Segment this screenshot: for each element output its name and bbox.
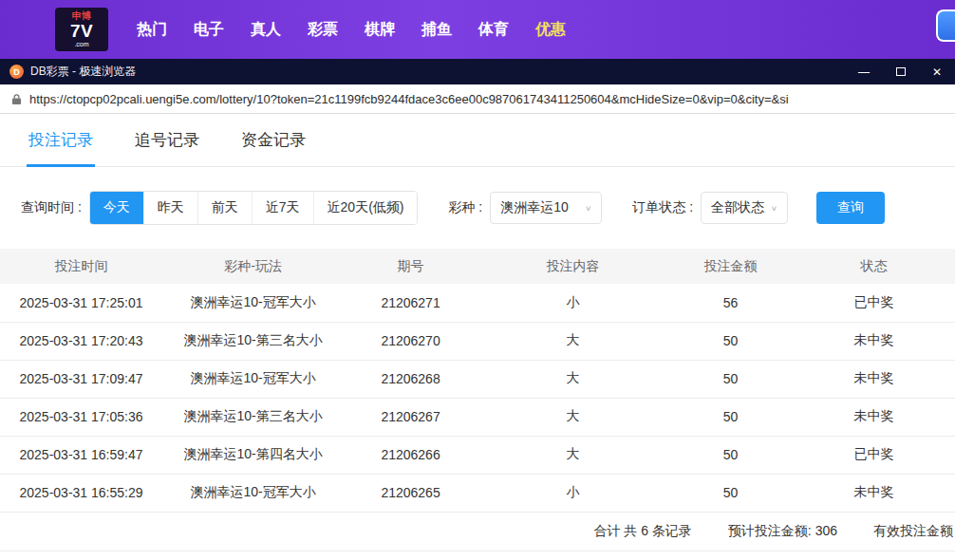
bet-amount: 50	[668, 322, 793, 360]
record-tabs: 投注记录追号记录资金记录	[0, 114, 955, 167]
lock-icon	[11, 93, 22, 105]
table-row: 2025-03-31 17:25:01澳洲幸运10-冠军大小21206271小5…	[0, 284, 955, 322]
column-header: 投注内容	[478, 249, 668, 284]
bet-status: 未中奖	[793, 322, 955, 360]
time-option[interactable]: 昨天	[144, 192, 198, 224]
bet-content: 小	[478, 474, 668, 512]
nav-item-youhui[interactable]: 优惠	[535, 20, 566, 40]
issue-number: 21206265	[344, 474, 478, 512]
site-logo[interactable]: 申博 7V .com	[55, 8, 108, 51]
bet-amount: 50	[668, 474, 793, 512]
tab-bet-records[interactable]: 投注记录	[27, 129, 95, 167]
time-option[interactable]: 前天	[198, 192, 253, 224]
lottery-select[interactable]: 澳洲幸运10 ∨	[490, 192, 602, 224]
total-records: 合计 共 6 条记录	[593, 523, 691, 540]
time-option[interactable]: 今天	[90, 192, 144, 224]
bet-amount: 50	[668, 360, 793, 398]
game-play: 澳洲幸运10-第三名大小	[162, 398, 344, 436]
floating-widget-icon[interactable]	[936, 9, 955, 42]
order-status-label: 订单状态 :	[632, 199, 693, 216]
minimize-button[interactable]: —	[858, 66, 870, 78]
time-filter-label: 查询时间 :	[21, 199, 82, 216]
bottom-divider	[0, 551, 955, 560]
tab-fund-records[interactable]: 资金记录	[239, 129, 308, 167]
nav-item-caipiao[interactable]: 彩票	[308, 20, 338, 40]
game-play: 澳洲幸运10-冠军大小	[162, 474, 344, 512]
expected-bet-amount: 预计投注金额: 306	[728, 523, 837, 540]
order-status-select[interactable]: 全部状态 ∨	[701, 192, 788, 224]
table-row: 2025-03-31 16:59:47澳洲幸运10-第四名大小21206266大…	[0, 436, 955, 474]
table-header-row: 投注时间彩种-玩法期号投注内容投注金额状态	[0, 249, 955, 284]
window-title: DB彩票 - 极速浏览器	[30, 64, 136, 80]
bet-content: 小	[478, 284, 668, 322]
bet-time: 2025-03-31 16:59:47	[0, 436, 162, 474]
bet-status: 已中奖	[793, 284, 955, 322]
column-header: 状态	[793, 249, 955, 284]
maximize-button[interactable]	[896, 67, 906, 76]
bet-content: 大	[478, 398, 668, 436]
bet-amount: 56	[668, 284, 793, 322]
chevron-down-icon: ∨	[771, 204, 777, 213]
table-row: 2025-03-31 17:05:36澳洲幸运10-第三名大小21206267大…	[0, 398, 955, 436]
table-row: 2025-03-31 17:09:47澳洲幸运10-冠军大小21206268大5…	[0, 360, 955, 398]
game-play: 澳洲幸运10-第四名大小	[162, 436, 344, 474]
bet-records-table: 投注时间彩种-玩法期号投注内容投注金额状态 2025-03-31 17:25:0…	[0, 249, 955, 513]
table-body: 2025-03-31 17:25:01澳洲幸运10-冠军大小21206271小5…	[0, 284, 955, 512]
issue-number: 21206266	[344, 436, 478, 474]
bet-time: 2025-03-31 16:55:29	[0, 474, 162, 512]
nav-item-qipai[interactable]: 棋牌	[365, 20, 395, 40]
bet-status: 已中奖	[793, 436, 955, 474]
nav-item-dianzi[interactable]: 电子	[194, 20, 224, 40]
time-range-group: 今天昨天前天近7天近20天(低频)	[89, 191, 419, 225]
issue-number: 21206271	[344, 284, 478, 322]
time-option[interactable]: 近7天	[253, 192, 314, 224]
filter-bar: 查询时间 : 今天昨天前天近7天近20天(低频) 彩种 : 澳洲幸运10 ∨ 订…	[0, 167, 955, 249]
issue-number: 21206270	[344, 322, 478, 360]
column-header: 彩种-玩法	[162, 249, 344, 284]
game-play: 澳洲幸运10-第三名大小	[162, 322, 344, 360]
nav-item-hot[interactable]: 热门	[137, 20, 167, 40]
valid-bet-amount-label: 有效投注金额	[873, 523, 953, 540]
lottery-filter-label: 彩种 :	[448, 199, 482, 216]
tab-chase-records[interactable]: 追号记录	[133, 129, 201, 167]
order-status-value: 全部状态	[711, 199, 764, 216]
nav-item-tiyu[interactable]: 体育	[478, 20, 509, 40]
table-row: 2025-03-31 16:55:29澳洲幸运10-冠军大小21206265小5…	[0, 474, 955, 512]
game-play: 澳洲幸运10-冠军大小	[162, 284, 344, 322]
bet-time: 2025-03-31 17:09:47	[0, 360, 162, 398]
bet-status: 未中奖	[793, 398, 955, 436]
bet-content: 大	[478, 322, 668, 360]
bet-status: 未中奖	[793, 474, 955, 512]
summary-bar: 合计 共 6 条记录 预计投注金额: 306 有效投注金额	[0, 513, 955, 551]
window-controls: — ✕	[858, 66, 942, 78]
bet-amount: 50	[668, 436, 793, 474]
logo-text-main: 7V	[70, 22, 93, 41]
bet-content: 大	[478, 360, 668, 398]
query-button[interactable]: 查询	[816, 192, 885, 224]
column-header: 期号	[344, 249, 478, 284]
site-top-nav: 申博 7V .com 热门电子真人彩票棋牌捕鱼体育优惠	[0, 0, 955, 59]
logo-text-suffix: .com	[74, 41, 88, 47]
column-header: 投注时间	[0, 249, 162, 284]
issue-number: 21206268	[344, 360, 478, 398]
nav-item-zhenren[interactable]: 真人	[251, 20, 281, 40]
bet-status: 未中奖	[793, 360, 955, 398]
lottery-select-value: 澳洲幸运10	[500, 199, 569, 216]
bet-amount: 50	[668, 398, 793, 436]
bet-time: 2025-03-31 17:25:01	[0, 284, 162, 322]
close-button[interactable]: ✕	[932, 66, 942, 78]
url-text[interactable]: https://ctopcp02pcali.uengi5e.com/lotter…	[29, 92, 789, 106]
bet-time: 2025-03-31 17:20:43	[0, 322, 162, 360]
game-play: 澳洲幸运10-冠军大小	[162, 360, 344, 398]
column-header: 投注金额	[668, 249, 793, 284]
site-nav-items: 热门电子真人彩票棋牌捕鱼体育优惠	[137, 20, 566, 40]
browser-urlbar[interactable]: https://ctopcp02pcali.uengi5e.com/lotter…	[0, 84, 955, 114]
table-row: 2025-03-31 17:20:43澳洲幸运10-第三名大小21206270大…	[0, 322, 955, 360]
issue-number: 21206267	[344, 398, 478, 436]
time-option[interactable]: 近20天(低频)	[314, 192, 418, 224]
nav-item-buyu[interactable]: 捕鱼	[421, 20, 452, 40]
browser-titlebar: D DB彩票 - 极速浏览器 — ✕	[0, 59, 955, 84]
app-icon: D	[9, 65, 24, 79]
chevron-down-icon: ∨	[585, 204, 591, 213]
bet-time: 2025-03-31 17:05:36	[0, 398, 162, 436]
